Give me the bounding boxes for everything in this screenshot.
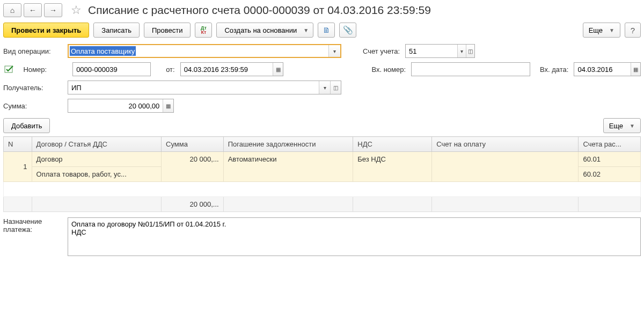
chevron-down-icon: ▼	[303, 27, 309, 33]
account-input[interactable]: ▾ ◫	[405, 44, 475, 58]
payment-purpose-textarea[interactable]	[68, 217, 641, 256]
create-based-button[interactable]: Создать на основании ▼	[216, 23, 313, 38]
in-number-input[interactable]	[411, 62, 530, 76]
account-label: Счет учета:	[363, 47, 400, 55]
in-date-input[interactable]: ▦	[574, 62, 641, 76]
cell-sum[interactable]: 20 000,...	[162, 152, 224, 182]
cell-repay[interactable]: Автоматически	[223, 152, 353, 182]
col-repay[interactable]: Погашение задолженности	[223, 137, 353, 152]
col-sum[interactable]: Сумма	[162, 137, 224, 152]
col-n[interactable]: N	[4, 137, 32, 152]
open-icon: ◫	[468, 48, 473, 54]
help-button[interactable]: ?	[625, 23, 641, 38]
calculator-button[interactable]: ▦	[163, 99, 173, 112]
forward-button[interactable]: →	[44, 3, 62, 17]
post-button[interactable]: Провести	[144, 23, 191, 38]
home-icon: ⌂	[10, 6, 14, 14]
sum-label: Сумма:	[3, 102, 62, 110]
cell-contract-top[interactable]: Договор	[32, 152, 162, 167]
open-button[interactable]: ◫	[466, 45, 474, 57]
attach-button[interactable]: 📎	[339, 23, 356, 38]
open-button[interactable]: ◫	[330, 81, 341, 94]
page-title: Списание с расчетного счета 0000-000039 …	[88, 4, 431, 17]
total-sum: 20 000,...	[162, 197, 224, 212]
calendar-icon: ▦	[276, 67, 281, 72]
recipient-input[interactable]: ▾ ◫	[68, 81, 341, 94]
dropdown-toggle[interactable]: ▾	[328, 45, 340, 57]
cell-invoice[interactable]	[432, 152, 579, 182]
favorite-star-icon[interactable]: ☆	[70, 4, 83, 17]
more-button[interactable]: Еще ▼	[583, 23, 620, 38]
table-totals-row: 20 000,...	[4, 197, 641, 212]
paperclip-icon: 📎	[343, 25, 353, 35]
calendar-button[interactable]: ▦	[631, 63, 640, 76]
arrow-left-icon: ←	[29, 6, 36, 14]
col-invoice[interactable]: Счет на оплату	[432, 137, 579, 152]
save-button[interactable]: Записать	[93, 23, 140, 38]
chevron-down-icon: ▼	[609, 27, 614, 33]
calendar-icon: ▦	[633, 67, 638, 72]
col-vat[interactable]: НДС	[353, 137, 432, 152]
operation-type-value: Оплата поставщику	[70, 46, 136, 56]
dtkt-button[interactable]: ДтКт	[195, 23, 212, 38]
table-more-button[interactable]: Еще ▼	[603, 118, 641, 133]
cell-contract-bottom[interactable]: Оплата товаров, работ, ус...	[32, 167, 162, 182]
operation-type-input[interactable]: Оплата поставщику ▾	[68, 44, 341, 58]
post-and-close-button[interactable]: Провести и закрыть	[3, 23, 89, 38]
open-icon: ◫	[333, 85, 338, 91]
date-input[interactable]: ▦	[180, 62, 284, 76]
cell-vat[interactable]: Без НДС	[353, 152, 432, 182]
date-from-label: от:	[166, 65, 175, 74]
in-date-label: Вх. дата:	[540, 65, 568, 74]
number-label: Номер:	[23, 65, 67, 74]
dropdown-toggle[interactable]: ▾	[319, 81, 330, 94]
status-check-icon	[3, 63, 14, 75]
dropdown-toggle[interactable]: ▾	[457, 45, 466, 57]
chevron-down-icon: ▾	[460, 48, 463, 54]
sum-input[interactable]: ▦	[68, 99, 174, 113]
cell-acc-top[interactable]: 60.01	[579, 152, 641, 167]
operation-type-label: Вид операции:	[3, 47, 62, 55]
number-input[interactable]	[72, 62, 151, 76]
items-table: N Договор / Статья ДДС Сумма Погашение з…	[3, 136, 641, 212]
document-button[interactable]: 🗎	[318, 23, 335, 38]
calculator-icon: ▦	[166, 103, 171, 109]
cell-n[interactable]: 1	[4, 152, 32, 182]
back-button[interactable]: ←	[24, 3, 42, 17]
dtkt-icon: ДтКт	[201, 26, 207, 34]
chevron-down-icon: ▾	[324, 85, 326, 91]
home-button[interactable]: ⌂	[3, 3, 21, 17]
document-icon: 🗎	[323, 26, 330, 34]
col-acc[interactable]: Счета рас...	[579, 137, 641, 152]
in-number-label: Вх. номер:	[371, 65, 406, 74]
add-row-button[interactable]: Добавить	[3, 118, 50, 133]
arrow-right-icon: →	[49, 6, 57, 14]
table-row[interactable]: 1 Договор 20 000,... Автоматически Без Н…	[4, 152, 641, 167]
col-contract[interactable]: Договор / Статья ДДС	[32, 137, 162, 152]
cell-acc-bottom[interactable]: 60.02	[579, 167, 641, 182]
payment-purpose-label: Назначение платежа:	[3, 217, 62, 256]
table-empty-row	[4, 182, 641, 197]
chevron-down-icon: ▼	[630, 123, 635, 129]
chevron-down-icon: ▾	[333, 48, 336, 54]
recipient-label: Получатель:	[3, 84, 62, 92]
calendar-button[interactable]: ▦	[273, 63, 283, 76]
